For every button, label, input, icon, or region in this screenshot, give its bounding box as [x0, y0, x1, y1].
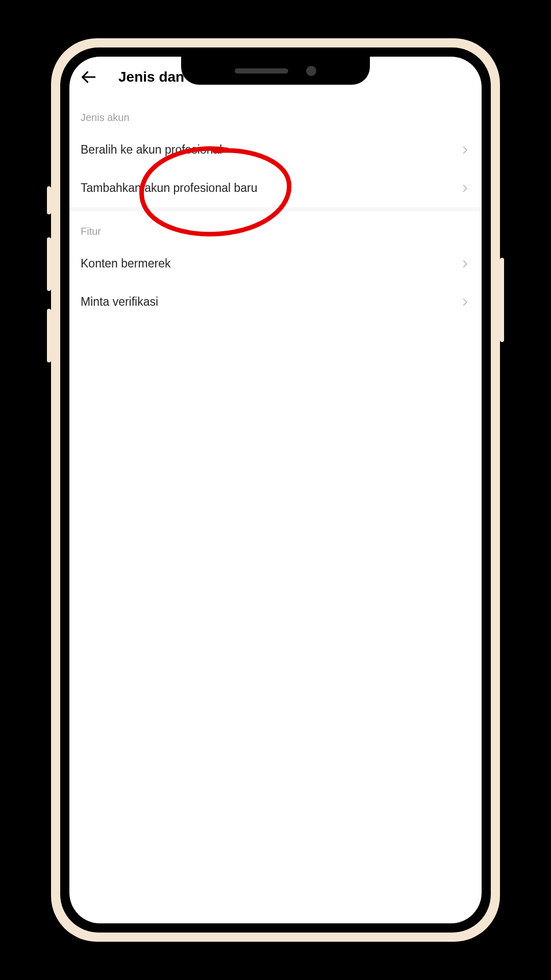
item-label: Minta verifikasi — [81, 295, 158, 309]
screen: Jenis dan fitur akun Jenis akun Beralih … — [69, 57, 482, 923]
section-divider — [69, 207, 482, 211]
notch — [181, 57, 370, 85]
chevron-right-icon — [459, 144, 470, 156]
chevron-right-icon — [459, 297, 470, 308]
item-label: Konten bermerek — [81, 257, 170, 271]
phone-frame: Jenis dan fitur akun Jenis akun Beralih … — [51, 38, 500, 942]
item-add-professional[interactable]: Tambahkan akun profesional baru — [69, 169, 482, 207]
item-label: Beralih ke akun profesional — [81, 143, 222, 157]
chevron-right-icon — [459, 183, 470, 194]
mute-switch — [47, 186, 51, 214]
item-label: Tambahkan akun profesional baru — [81, 181, 258, 195]
power-button — [500, 258, 504, 342]
phone-bezel: Jenis dan fitur akun Jenis akun Beralih … — [60, 47, 491, 933]
item-branded-content[interactable]: Konten bermerek — [69, 244, 482, 283]
item-switch-professional[interactable]: Beralih ke akun profesional — [69, 131, 482, 169]
section-header-account-type: Jenis akun — [69, 97, 482, 131]
item-request-verification[interactable]: Minta verifikasi — [69, 283, 482, 321]
section-header-features: Fitur — [69, 211, 482, 244]
back-button[interactable] — [79, 67, 98, 87]
volume-down-button — [47, 309, 51, 362]
front-camera — [306, 66, 316, 76]
chevron-right-icon — [459, 258, 470, 270]
back-arrow-icon — [80, 68, 97, 86]
volume-up-button — [47, 237, 51, 291]
speaker — [235, 68, 288, 74]
